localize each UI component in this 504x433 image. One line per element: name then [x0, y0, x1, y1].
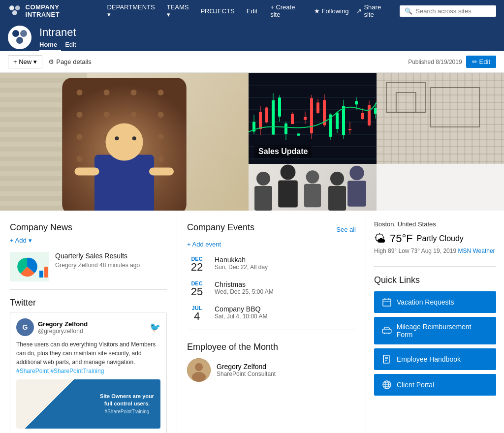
edit-page-button[interactable]: ✏ Edit	[466, 56, 496, 68]
twitter-name: Gregory Zelfond	[38, 320, 88, 328]
weather-date-val: Aug 19, 2019	[421, 247, 456, 254]
sales-update-label: Sales Update	[254, 145, 312, 158]
hero-section: Sales Update	[0, 73, 504, 211]
quick-links-title: Quick Links	[374, 275, 496, 285]
event-name-2[interactable]: Christmas	[215, 280, 274, 288]
employee-avatar-icon	[187, 358, 211, 382]
client-portal-button[interactable]: Client Portal	[374, 374, 496, 396]
toolbar-right: Published 8/19/2019 ✏ Edit	[408, 56, 496, 68]
twitter-image-bg: Site Owners are your full control users.…	[16, 379, 160, 429]
weather-location: Boston, United States	[374, 220, 496, 228]
page-details-button[interactable]: ⚙ Page details	[48, 58, 92, 65]
svg-point-4	[20, 30, 27, 37]
employee-avatar	[187, 358, 211, 382]
news-content: Quarterly Sales Results Gregory Zelfond …	[55, 252, 140, 269]
event-time-1: Sun, Dec 22, All day	[215, 264, 268, 271]
event-item-2: DEC 25 Christmas Wed, Dec 25, 5:00 AM	[187, 280, 356, 297]
twitter-handle: @gregoryzelfond	[38, 328, 88, 335]
left-column: Company News + Add ▾ Quart	[0, 211, 177, 433]
following-label: Following	[322, 7, 349, 15]
vacation-requests-label: Vacation Requests	[397, 298, 454, 306]
site-nav-home[interactable]: Home	[39, 39, 61, 51]
twitter-img-sub-text: #SharePointTraining	[105, 409, 150, 414]
hero-stock-image: Sales Update	[249, 73, 377, 164]
edit-page-label: Edit	[479, 58, 490, 65]
top-right-actions: + Create site ★ Following ↗ Share site 🔍	[270, 3, 496, 18]
weather-condition: Partly Cloudy	[417, 234, 464, 243]
event-day-1: 22	[187, 262, 207, 273]
site-title-area: Intranet Home Edit	[39, 26, 84, 51]
svg-point-1	[15, 5, 20, 10]
news-item: Quarterly Sales Results Gregory Zelfond …	[10, 252, 167, 281]
employee-info: Gregory Zelfond SharePoint Consultant	[217, 363, 276, 377]
add-event-label: + Add event	[187, 241, 221, 248]
svg-point-19	[388, 333, 390, 334]
employee-job-title: SharePoint Consultant	[217, 371, 276, 377]
vacation-requests-button[interactable]: Vacation Requests	[374, 291, 496, 313]
weather-details: High 89° Low 73° Aug 19, 2019 MSN Weathe…	[374, 247, 496, 254]
svg-point-5	[16, 37, 23, 44]
employee-card: Gregory Zelfond SharePoint Consultant	[187, 358, 356, 382]
event-date-3: JUL 4	[187, 305, 207, 322]
site-nav-edit[interactable]: Edit	[65, 39, 80, 51]
tweet-hashtags[interactable]: #SharePoint #SharePointTraining	[16, 368, 104, 374]
following-button[interactable]: ★ Following	[314, 7, 349, 15]
event-name-3[interactable]: Company BBQ	[215, 305, 267, 313]
globe-icon	[382, 380, 392, 390]
twitter-image-overlay-text: Site Owners are your full control users.…	[97, 393, 157, 415]
blueprint-canvas	[377, 73, 504, 164]
divider-news-twitter	[10, 289, 167, 290]
company-name-label: COMPANY INTRANET	[26, 3, 94, 18]
event-day-2: 25	[187, 286, 207, 297]
news-add-bar[interactable]: + Add ▾	[10, 237, 167, 244]
news-add-chevron: ▾	[29, 237, 32, 244]
search-box[interactable]: 🔍	[400, 5, 496, 17]
divider-events-employee	[187, 330, 356, 330]
weather-section: Boston, United States 🌤 75°F Partly Clou…	[374, 220, 496, 254]
twitter-text: These users can do everything Visitors a…	[16, 340, 160, 375]
employee-handbook-button[interactable]: Employee Handbook	[374, 348, 496, 370]
employee-of-month-section: Employee of the Month Gregory Zelfond Sh…	[187, 342, 356, 382]
mileage-form-button[interactable]: Mileage Reimbursement Form	[374, 317, 496, 344]
twitter-section: Twitter G Gregory Zelfond @gregoryzelfon…	[10, 298, 167, 433]
page-details-label: Page details	[56, 58, 92, 65]
msn-weather-link[interactable]: MSN Weather	[458, 247, 495, 254]
nav-edit[interactable]: Edit	[242, 5, 262, 17]
add-event-bar[interactable]: + Add event	[187, 241, 356, 248]
search-input[interactable]	[415, 7, 491, 15]
nav-teams[interactable]: TEAMS ▾	[162, 1, 194, 20]
news-meta: Gregory Zelfond 48 minutes ago	[55, 262, 140, 269]
see-all-link[interactable]: See all	[336, 226, 356, 233]
share-site-button[interactable]: ↗ Share site	[356, 3, 392, 18]
site-header: Intranet Home Edit	[0, 22, 504, 51]
news-time-ago: 48 minutes ago	[99, 262, 140, 269]
weather-divider	[374, 266, 496, 267]
client-portal-label: Client Portal	[397, 381, 434, 389]
search-icon: 🔍	[405, 7, 412, 15]
toolbar: + New ▾ ⚙ Page details Published 8/19/20…	[0, 51, 504, 73]
event-item-1: DEC 22 Hanukkah Sun, Dec 22, All day	[187, 256, 356, 273]
svg-point-3	[12, 30, 19, 37]
create-site-button[interactable]: + Create site	[270, 3, 306, 18]
events-header: Company Events See all	[187, 222, 356, 237]
nav-projects[interactable]: PROJECTS	[195, 5, 239, 17]
news-add-label: + Add	[10, 237, 27, 244]
published-status: Published 8/19/2019	[408, 59, 462, 65]
svg-rect-17	[382, 329, 391, 333]
chevron-down-icon: ▾	[33, 58, 37, 65]
new-button[interactable]: + New ▾	[8, 55, 42, 68]
news-author: Gregory Zelfond	[55, 262, 98, 269]
svg-point-12	[192, 372, 206, 382]
employee-handbook-label: Employee Handbook	[397, 355, 461, 363]
employee-month-title: Employee of the Month	[187, 342, 356, 352]
event-name-1[interactable]: Hanukkah	[215, 256, 268, 264]
svg-point-11	[195, 363, 203, 371]
employee-name: Gregory Zelfond	[217, 363, 276, 371]
twitter-card-header: G Gregory Zelfond @gregoryzelfond 🐦	[16, 318, 160, 336]
svg-point-18	[384, 333, 385, 334]
nav-departments[interactable]: DEPARTMENTS ▾	[102, 1, 160, 20]
event-details-1: Hanukkah Sun, Dec 22, All day	[215, 256, 268, 271]
event-date-2: DEC 25	[187, 280, 207, 297]
news-title[interactable]: Quarterly Sales Results	[55, 252, 140, 260]
twitter-title: Twitter	[10, 298, 167, 308]
